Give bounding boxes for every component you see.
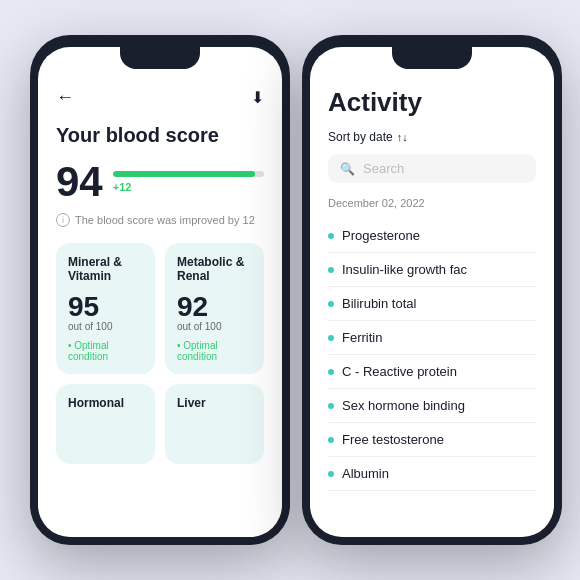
activity-name: C - Reactive protein (342, 364, 457, 379)
score-bar-fill (113, 171, 255, 177)
activity-name: Bilirubin total (342, 296, 416, 311)
score-row: 94 +12 (56, 161, 264, 203)
category-score-mineral: 95 (68, 293, 143, 321)
sort-bar: Sort by date ↑↓ (328, 130, 536, 144)
list-item[interactable]: Free testosterone (328, 423, 536, 457)
left-phone-screen: ← ⬇ Your blood score 94 +12 i The bloo (38, 47, 282, 537)
activity-dot (328, 267, 334, 273)
activity-dot (328, 335, 334, 341)
list-item[interactable]: Insulin-like growth fac (328, 253, 536, 287)
right-phone-notch (392, 47, 472, 69)
category-outof-metabolic: out of 100 (177, 321, 252, 332)
left-phone: ← ⬇ Your blood score 94 +12 i The bloo (30, 35, 290, 545)
activity-title: Activity (328, 87, 536, 118)
category-name-mineral: Mineral &Vitamin (68, 255, 143, 283)
blood-score-title: Your blood score (56, 124, 264, 147)
search-placeholder: Search (363, 161, 404, 176)
activity-name: Free testosterone (342, 432, 444, 447)
list-item[interactable]: C - Reactive protein (328, 355, 536, 389)
activity-name: Ferritin (342, 330, 382, 345)
category-name-metabolic: Metabolic &Renal (177, 255, 252, 283)
activity-dot (328, 233, 334, 239)
activity-dot (328, 403, 334, 409)
score-info: i The blood score was improved by 12 (56, 213, 264, 227)
score-delta: +12 (113, 181, 264, 193)
search-icon: 🔍 (340, 162, 355, 176)
category-status-mineral: • Optimal condition (68, 340, 143, 362)
activity-name: Sex hormone binding (342, 398, 465, 413)
score-bar-container: +12 (113, 171, 264, 193)
activity-dot (328, 471, 334, 477)
list-item[interactable]: Progesterone (328, 219, 536, 253)
list-item[interactable]: Bilirubin total (328, 287, 536, 321)
left-screen-content: ← ⬇ Your blood score 94 +12 i The bloo (38, 47, 282, 537)
category-status-metabolic: • Optimal condition (177, 340, 252, 362)
category-name-liver: Liver (177, 396, 252, 424)
top-bar: ← ⬇ (56, 87, 264, 108)
left-phone-notch (120, 47, 200, 69)
list-item[interactable]: Sex hormone binding (328, 389, 536, 423)
category-name-hormonal: Hormonal (68, 396, 143, 424)
activity-name: Progesterone (342, 228, 420, 243)
activity-dot (328, 369, 334, 375)
category-outof-mineral: out of 100 (68, 321, 143, 332)
activity-dot (328, 301, 334, 307)
activity-dot (328, 437, 334, 443)
categories-grid: Mineral &Vitamin 95 out of 100 • Optimal… (56, 243, 264, 464)
list-item[interactable]: Ferritin (328, 321, 536, 355)
activity-name: Albumin (342, 466, 389, 481)
list-item[interactable]: Albumin (328, 457, 536, 491)
date-label: December 02, 2022 (328, 197, 536, 209)
info-text: The blood score was improved by 12 (75, 214, 255, 226)
sort-icon[interactable]: ↑↓ (397, 131, 408, 143)
activity-list: Progesterone Insulin-like growth fac Bil… (328, 219, 536, 491)
search-bar[interactable]: 🔍 Search (328, 154, 536, 183)
info-icon: i (56, 213, 70, 227)
score-bar-track (113, 171, 264, 177)
score-value: 94 (56, 161, 103, 203)
category-card-metabolic[interactable]: Metabolic &Renal 92 out of 100 • Optimal… (165, 243, 264, 374)
category-card-liver[interactable]: Liver (165, 384, 264, 464)
download-button[interactable]: ⬇ (251, 88, 264, 107)
category-card-hormonal[interactable]: Hormonal (56, 384, 155, 464)
right-phone: Activity Sort by date ↑↓ 🔍 Search Decemb… (302, 35, 562, 545)
right-phone-screen: Activity Sort by date ↑↓ 🔍 Search Decemb… (310, 47, 554, 537)
right-screen-content: Activity Sort by date ↑↓ 🔍 Search Decemb… (310, 47, 554, 537)
activity-name: Insulin-like growth fac (342, 262, 467, 277)
phones-container: ← ⬇ Your blood score 94 +12 i The bloo (0, 0, 580, 580)
sort-label[interactable]: Sort by date (328, 130, 393, 144)
category-score-metabolic: 92 (177, 293, 252, 321)
category-card-mineral[interactable]: Mineral &Vitamin 95 out of 100 • Optimal… (56, 243, 155, 374)
back-button[interactable]: ← (56, 87, 74, 108)
